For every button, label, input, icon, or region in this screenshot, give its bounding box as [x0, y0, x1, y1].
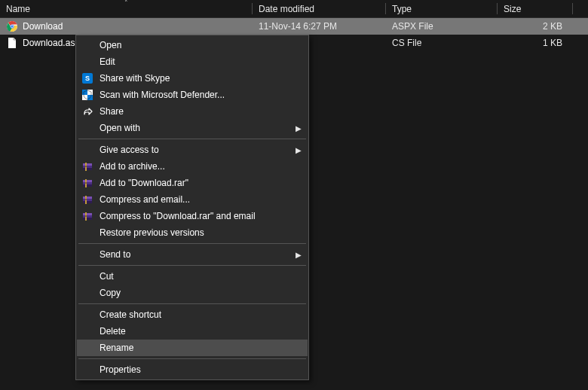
context-menu-item[interactable]: Cut [77, 268, 308, 285]
svg-rect-17 [83, 184, 92, 187]
submenu-arrow-icon: ▶ [292, 251, 302, 259]
blank-icon [80, 144, 95, 156]
context-menu-label: Restore previous versions [95, 227, 302, 238]
svg-rect-9 [87, 95, 93, 100]
file-name: Download.as [23, 38, 75, 48]
file-icon [6, 37, 18, 49]
svg-point-3 [11, 25, 13, 27]
column-header-type[interactable]: Type [386, 0, 498, 17]
context-menu-item[interactable]: Open with▶ [77, 120, 308, 136]
blank-icon [80, 342, 95, 354]
context-menu-item[interactable]: Send to▶ [77, 246, 308, 263]
context-menu-label: Cut [95, 271, 302, 282]
blank-icon [80, 39, 95, 51]
submenu-arrow-icon: ▶ [292, 124, 302, 133]
svg-rect-8 [82, 95, 87, 100]
context-menu-label: Open [95, 40, 302, 50]
svg-rect-14 [85, 166, 87, 167]
context-menu-separator [78, 265, 306, 266]
context-menu-separator [78, 303, 306, 304]
sort-ascending-icon: ˄ [124, 0, 128, 7]
context-menu-label: Add to archive... [95, 161, 302, 172]
context-menu-item[interactable]: Compress to "Download.rar" and email [77, 208, 308, 224]
column-label: Type [392, 4, 412, 14]
context-menu-item[interactable]: Properties [77, 361, 308, 378]
column-header-row: Name ˄ Date modified Type Size [0, 0, 588, 18]
context-menu-item[interactable]: SShare with Skype [77, 70, 308, 87]
context-menu-item[interactable]: Share [77, 103, 308, 120]
svg-rect-19 [85, 182, 87, 184]
blank-icon [80, 325, 95, 337]
winrar-icon [80, 210, 95, 222]
context-menu-item[interactable]: Add to archive... [77, 158, 308, 175]
svg-rect-26 [83, 213, 92, 215]
column-label: Size [504, 4, 521, 14]
blank-icon [80, 122, 95, 134]
context-menu-label: Properties [95, 364, 302, 375]
svg-rect-7 [87, 90, 93, 95]
svg-text:S: S [85, 75, 90, 82]
column-header-name[interactable]: Name ˄ [0, 0, 253, 17]
context-menu-item[interactable]: Give access to▶ [77, 142, 308, 158]
svg-rect-24 [85, 199, 87, 200]
svg-rect-27 [83, 218, 92, 220]
context-menu-item[interactable]: Restore previous versions [77, 224, 308, 241]
file-explorer-detail-view: Name ˄ Date modified Type Size Download1… [0, 0, 588, 390]
context-menu-label: Open with [95, 123, 292, 133]
cell-type: CS File [386, 35, 498, 51]
cell-type: ASPX File [386, 18, 498, 35]
context-menu-item[interactable]: Create shortcut [77, 306, 308, 323]
context-menu-label: Scan with Microsoft Defender... [95, 90, 302, 100]
context-menu-label: Create shortcut [95, 309, 302, 320]
context-menu-separator [78, 358, 306, 359]
context-menu-item[interactable]: Edit [77, 53, 308, 70]
defender-icon [80, 89, 95, 101]
column-header-size[interactable]: Size [498, 0, 573, 17]
share-icon [80, 105, 95, 117]
cell-size: 1 KB [498, 35, 573, 51]
context-menu-item[interactable]: Scan with Microsoft Defender... [77, 87, 308, 103]
cell-date: 11-Nov-14 6:27 PM [253, 18, 386, 35]
context-menu: OpenEditSShare with SkypeScan with Micro… [75, 35, 309, 380]
context-menu-label: Add to "Download.rar" [95, 178, 302, 188]
context-menu-item[interactable]: Delete [77, 323, 308, 340]
cell-name: Download [0, 18, 253, 35]
winrar-icon [80, 193, 95, 206]
context-menu-separator [78, 139, 306, 139]
blank-icon [80, 309, 95, 321]
chrome-icon [6, 20, 18, 32]
context-menu-item[interactable]: Compress and email... [77, 191, 308, 208]
svg-rect-29 [85, 215, 87, 217]
blank-icon [80, 270, 95, 282]
blank-icon [80, 56, 95, 68]
blank-icon [80, 248, 95, 261]
context-menu-label: Share with Skype [95, 73, 302, 84]
context-menu-label: Send to [95, 249, 292, 260]
context-menu-label: Give access to [95, 145, 292, 155]
context-menu-label: Compress and email... [95, 194, 302, 205]
context-menu-label: Share [95, 106, 302, 117]
cell-size: 2 KB [498, 18, 573, 35]
context-menu-item[interactable]: Rename [77, 340, 308, 356]
file-row[interactable]: Download11-Nov-14 6:27 PMASPX File2 KB [0, 18, 588, 35]
svg-rect-22 [83, 201, 92, 203]
winrar-icon [80, 177, 95, 189]
submenu-arrow-icon: ▶ [292, 146, 302, 154]
context-menu-label: Copy [95, 288, 302, 298]
svg-rect-11 [83, 163, 92, 166]
file-name: Download [23, 21, 63, 32]
context-menu-item[interactable]: Copy [77, 285, 308, 301]
column-label: Date modified [259, 4, 314, 14]
context-menu-label: Compress to "Download.rar" and email [95, 211, 302, 221]
column-label: Name [6, 4, 30, 14]
context-menu-item[interactable]: Open [77, 37, 308, 53]
skype-icon: S [80, 72, 95, 84]
context-menu-item[interactable]: Add to "Download.rar" [77, 175, 308, 191]
blank-icon [80, 364, 95, 376]
context-menu-label: Edit [95, 56, 302, 67]
column-header-date[interactable]: Date modified [253, 0, 386, 17]
blank-icon [80, 287, 95, 299]
column-resize-handle[interactable] [572, 3, 573, 14]
svg-rect-21 [83, 197, 92, 199]
context-menu-label: Delete [95, 326, 302, 337]
